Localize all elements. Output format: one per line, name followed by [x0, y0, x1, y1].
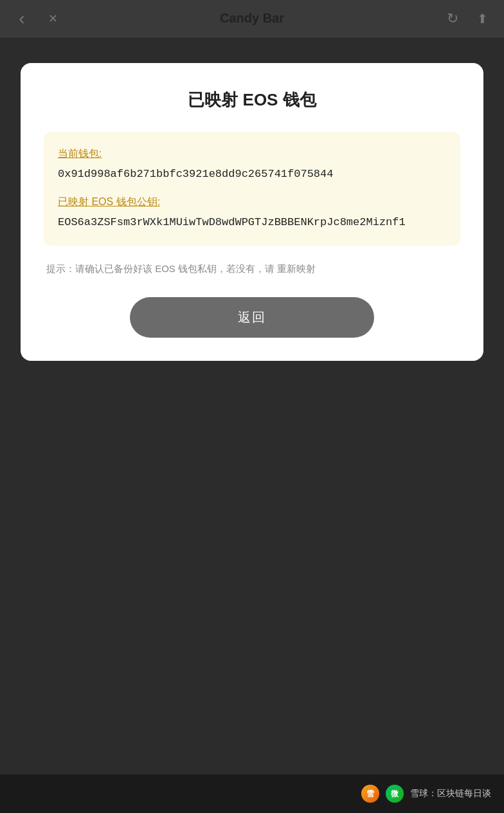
nav-bar: Candy Bar [0, 0, 504, 37]
eos-label: 已映射 EOS 钱包公钥: [58, 196, 446, 209]
wallet-address: 0x91d998af6b271bbfc3921e8dd9c265741f0758… [58, 166, 446, 183]
hint-text: 提示：请确认已备份好该 EOS 钱包私钥，若没有，请 重新映射 [44, 261, 460, 277]
wallet-label: 当前钱包: [58, 147, 446, 161]
wechat-icon: 微 [386, 785, 404, 803]
nav-left [13, 10, 62, 28]
wallet-section: 当前钱包: 0x91d998af6b271bbfc3921e8dd9c26574… [58, 147, 446, 183]
content-area: 已映射 EOS 钱包 当前钱包: 0x91d998af6b271bbfc3921… [0, 37, 504, 813]
info-box: 当前钱包: 0x91d998af6b271bbfc3921e8dd9c26574… [44, 132, 460, 246]
back-button[interactable] [13, 10, 31, 28]
page-title: Candy Bar [220, 11, 284, 26]
eos-section: 已映射 EOS 钱包公钥: EOS6a3ZSFsm3rWXk1MUiwTwD8w… [58, 196, 446, 231]
return-button[interactable]: 返回 [130, 297, 374, 338]
close-button[interactable] [44, 10, 62, 28]
watermark-text: 雪球：区块链每日谈 [410, 788, 491, 799]
modal-card: 已映射 EOS 钱包 当前钱包: 0x91d998af6b271bbfc3921… [21, 63, 483, 361]
nav-right [444, 10, 491, 28]
watermark-icon: 雪 [361, 785, 379, 803]
page-wrapper: Candy Bar 已映射 EOS 钱包 当前钱包: 0x91d998af6b2… [0, 0, 504, 813]
share-button[interactable] [473, 10, 491, 28]
bottom-bar: 雪 微 雪球：区块链每日谈 [0, 774, 504, 813]
eos-pubkey: EOS6a3ZSFsm3rWXk1MUiwTwD8wdWPGTJzBBBENKr… [58, 214, 446, 231]
refresh-button[interactable] [444, 10, 462, 28]
modal-title: 已映射 EOS 钱包 [44, 89, 460, 111]
